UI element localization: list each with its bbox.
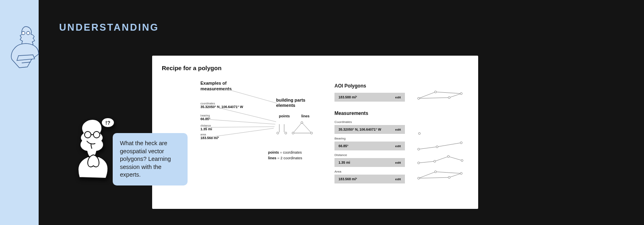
building-parts-equations: points = coordinates lines = 2 coordinat… [268,150,302,161]
svg-point-20 [418,98,420,100]
measurements-heading: Measurements [334,110,471,116]
m-coordinates-edit[interactable]: edit [395,128,401,131]
svg-text:!?: !? [105,120,110,126]
svg-point-13 [285,132,287,134]
m-distance-edit[interactable]: edit [395,161,401,165]
svg-point-17 [301,122,303,124]
m-distance-thumbnail [417,155,465,165]
m-area-value: 183.568 mi² [339,177,357,181]
svg-line-9 [208,119,275,124]
svg-point-29 [434,160,436,162]
svg-point-12 [277,132,279,134]
eq-lines-lhs: lines [268,156,277,160]
svg-point-16 [292,132,294,134]
svg-point-24 [419,133,421,135]
svg-point-1 [27,31,30,35]
building-parts-heading-line2: elements [276,103,295,108]
svg-point-33 [418,177,420,179]
eq-points-rhs: = coordinates [279,150,302,154]
m-bearing-value: 66.85° [339,144,349,148]
m-area-thumbnail [417,169,465,181]
speech-bubble: What the heck are geospatial vector poly… [113,133,188,185]
label-points: points [279,114,290,118]
svg-line-10 [205,127,275,127]
aoi-value: 183.588 mi² [339,95,357,99]
svg-line-8 [217,107,276,122]
m-area-edit[interactable]: edit [395,177,401,181]
svg-point-22 [460,93,462,95]
aoi-thumbnail [417,89,465,101]
svg-point-27 [460,142,462,144]
aoi-edit-link[interactable]: edit [395,96,401,99]
svg-point-26 [436,146,438,148]
svg-point-34 [435,171,437,173]
svg-point-35 [460,173,462,175]
m-coordinates-thumbnail [417,130,465,137]
card-title: Recipe for a polygon [162,65,221,71]
aoi-heading: AOI Polygons [334,83,471,89]
m-bearing-label: Bearing [334,137,471,140]
connector-lines [200,88,281,160]
m-coordinates-row: 35.32050° N, 106.64071° W edit [334,125,405,134]
thinking-character-illustration: !? [69,117,116,198]
svg-line-7 [222,88,277,103]
svg-point-30 [448,156,450,158]
m-coordinates-value: 35.32050° N, 106.64071° W [339,127,381,131]
svg-marker-32 [419,172,461,178]
svg-point-0 [22,31,25,35]
m-bearing-thumbnail [417,141,465,152]
svg-marker-19 [419,92,461,98]
m-distance-value: 1.35 mi [339,160,350,165]
recipe-card: Recipe for a polygon Examples of measure… [152,56,478,209]
m-bearing-row: 66.85° edit [334,142,405,150]
svg-point-23 [448,97,450,99]
svg-point-31 [461,160,463,162]
building-parts-heading: building parts elements [276,98,305,108]
label-lines: lines [301,114,310,118]
svg-point-21 [435,91,437,93]
svg-point-18 [311,132,313,134]
speech-text: What the heck are geospatial vector poly… [120,140,171,178]
m-distance-row: 1.35 mi edit [334,158,405,167]
m-area-row: 183.568 mi² edit [334,175,405,183]
svg-point-25 [418,148,420,150]
svg-point-2 [85,131,91,138]
building-parts-diagram [275,119,314,136]
m-bearing-edit[interactable]: edit [395,144,401,148]
svg-point-36 [448,177,450,179]
building-parts-heading-line1: building parts [276,98,305,102]
eq-lines-rhs: = 2 coordinates [277,156,302,160]
svg-point-28 [418,162,420,164]
eq-points-lhs: points [268,150,279,154]
svg-point-3 [93,131,100,138]
reader-character-illustration [2,24,49,69]
m-coordinates-label: Coordinates [334,120,471,124]
building-parts-sublabels: points lines [279,114,310,118]
section-title: UNDERSTANDING [59,22,159,33]
svg-line-11 [210,128,274,137]
aoi-row: 183.588 mi² edit [334,93,405,102]
examples-heading-line1: Examples of [200,81,227,85]
